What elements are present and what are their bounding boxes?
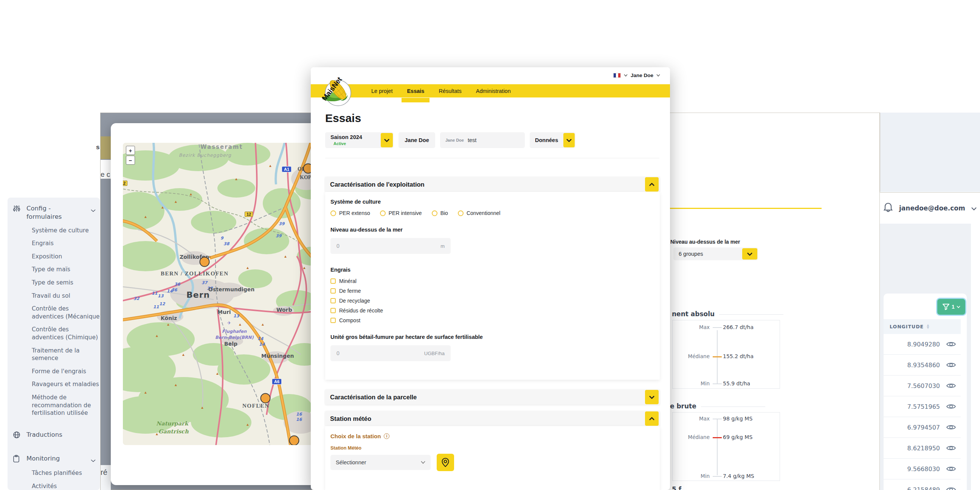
map-label: 11 <box>153 304 159 309</box>
groups-select-value: 6 groupes <box>679 251 703 257</box>
sidebar-subitem[interactable]: Ravageurs et maladies <box>32 381 102 389</box>
table-row[interactable]: 8.9049280 <box>884 334 961 355</box>
eye-icon[interactable] <box>946 341 956 347</box>
zoom-out-button[interactable]: − <box>126 155 135 165</box>
season-select[interactable]: Saison 2024 Active <box>325 132 394 148</box>
stat-tick <box>713 476 722 477</box>
nav-item[interactable]: Résultats <box>439 88 461 94</box>
station-select-placeholder: Sélectionner <box>336 459 366 465</box>
table-row[interactable]: 8.9354860 <box>884 355 961 376</box>
zoom-in-button[interactable]: + <box>126 146 135 155</box>
stat-panel-brute: Max 98 g/kg MS Médiane 69 g/kg MS Min 7.… <box>672 412 780 481</box>
user-menu[interactable]: Jane Doe <box>631 73 653 78</box>
collapse-button[interactable] <box>645 177 659 192</box>
sidebar-subitem[interactable]: Contrôle des adventices (Chimique) <box>32 326 102 341</box>
nav-item[interactable]: Administration <box>476 88 511 94</box>
checkbox-option[interactable]: De ferme <box>331 288 654 294</box>
sidebar-subitem[interactable]: Exposition <box>32 253 102 261</box>
sidebar-subitem[interactable]: Tâches planifiées <box>32 469 102 477</box>
station-select[interactable]: Sélectionner <box>331 455 431 470</box>
checkbox-option[interactable]: De recyclage <box>331 298 654 304</box>
sidebar-subitem[interactable]: Activités <box>32 482 102 490</box>
filter-button[interactable]: 1 <box>937 299 965 315</box>
user-chip[interactable]: Jane Doe <box>398 132 435 148</box>
eye-icon[interactable] <box>946 403 956 410</box>
sidebar-subitem[interactable]: Travail du sol <box>32 292 102 300</box>
eye-icon[interactable] <box>946 465 956 472</box>
eye-icon[interactable] <box>946 486 956 490</box>
eye-icon[interactable] <box>946 382 956 389</box>
field-label: Niveau au-dessus de la mer <box>331 227 654 233</box>
sidebar-item-config-formulaires[interactable]: Config - formulaires <box>13 205 96 221</box>
map-label: 36 <box>174 282 180 287</box>
map-label: Belp <box>224 341 237 347</box>
map-marker[interactable] <box>200 257 210 267</box>
data-select[interactable]: Données <box>530 132 576 148</box>
background-fragment-olive <box>100 136 111 159</box>
road-shield-clipped: 12 <box>123 181 127 186</box>
sidebar-subitem[interactable]: Traitement de la semence <box>32 347 102 362</box>
sidebar-subitem[interactable]: Contrôle des adventices (Mécanique) <box>32 305 102 320</box>
groups-select-toggle[interactable] <box>742 248 757 260</box>
map-label: 14 <box>167 289 172 293</box>
radio-option[interactable]: Conventionnel <box>458 210 501 216</box>
radio-icon <box>380 211 386 216</box>
chevron-down-icon <box>91 207 96 214</box>
radio-label: Conventionnel <box>466 210 501 216</box>
sort-icon[interactable]: ▲▼ <box>927 324 929 329</box>
sidebar-subitem[interactable]: Forme de l'engrais <box>32 368 102 376</box>
language-flag-icon[interactable] <box>613 73 621 78</box>
trial-field[interactable]: Jane Doe test <box>440 132 525 148</box>
field-label: Unité gros bétail-fumure par hectare de … <box>331 334 654 340</box>
chevron-down-icon <box>566 139 572 142</box>
table-row[interactable]: 7.5751965 <box>884 396 961 417</box>
map-label: 39 <box>275 233 281 238</box>
table-row[interactable]: 9.5668030 <box>884 459 961 479</box>
season-select-toggle[interactable] <box>381 133 393 147</box>
locate-station-button[interactable] <box>437 454 454 471</box>
nav-item[interactable]: Essais <box>407 88 424 94</box>
longitude-value: 7.5607030 <box>907 382 940 390</box>
page-header: janedoe@doe.com <box>880 192 980 224</box>
chevron-down-icon <box>91 457 96 464</box>
bell-icon[interactable] <box>883 202 893 214</box>
checkbox-option[interactable]: Minéral <box>331 278 654 284</box>
maisnet-modal: Jane Doe Le projetEssaisRésultatsAdminis… <box>311 67 670 490</box>
sidebar-subitem[interactable]: Engrais <box>32 239 102 247</box>
groups-select[interactable]: 6 groupes <box>673 247 758 260</box>
ugbf-unit: UGBF/ha <box>424 350 445 356</box>
eye-icon[interactable] <box>946 445 956 452</box>
table-row[interactable]: 7.5607030 <box>884 376 961 396</box>
section-title: Caractérisation de l'exploitation <box>330 181 425 188</box>
collapse-button[interactable] <box>645 411 659 426</box>
checkbox-option[interactable]: Compost <box>331 317 654 323</box>
sidebar-item-traductions[interactable]: Traductions <box>13 431 96 440</box>
eye-icon[interactable] <box>946 362 956 368</box>
sidebar-subitem[interactable]: Méthode de recommandation de fertilisati… <box>32 394 102 417</box>
ugbf-input[interactable]: 0 UGBF/ha <box>331 345 451 361</box>
stat-median-tick <box>713 437 722 438</box>
radio-option[interactable]: PER extenso <box>331 210 370 216</box>
user-email[interactable]: janedoe@doe.com <box>899 205 965 212</box>
map-marker[interactable] <box>261 393 271 403</box>
sidebar-subitem[interactable]: Système de culture <box>32 227 102 235</box>
column-label: LONGITUDE <box>889 324 924 330</box>
nav-item[interactable]: Le projet <box>371 88 393 94</box>
map-marker[interactable] <box>289 436 299 446</box>
checkbox-option[interactable]: Résidus de récolte <box>331 308 654 314</box>
eye-icon[interactable] <box>946 424 956 431</box>
table-row[interactable]: 8.6218950 <box>884 438 961 459</box>
sidebar-subitem[interactable]: Type de maïs <box>32 266 102 274</box>
data-select-toggle[interactable] <box>563 133 575 147</box>
sidebar-subitem[interactable]: Type de semis <box>32 279 102 287</box>
table-header-longitude[interactable]: LONGITUDE ▲▼ <box>884 319 961 334</box>
expand-button[interactable] <box>645 390 659 404</box>
radio-option[interactable]: PER intensive <box>380 210 422 216</box>
sidebar-item-monitoring[interactable]: Monitoring <box>13 455 96 464</box>
table-row[interactable]: 6.9794507 <box>884 417 961 438</box>
info-icon[interactable]: i <box>384 433 390 439</box>
radio-option[interactable]: Bio <box>432 210 448 216</box>
table-row[interactable]: 6.2158489 <box>884 479 961 490</box>
altitude-input[interactable]: 0 m <box>331 238 451 254</box>
section-station-meteo: Station météo Choix de la station i Stat… <box>325 411 660 490</box>
